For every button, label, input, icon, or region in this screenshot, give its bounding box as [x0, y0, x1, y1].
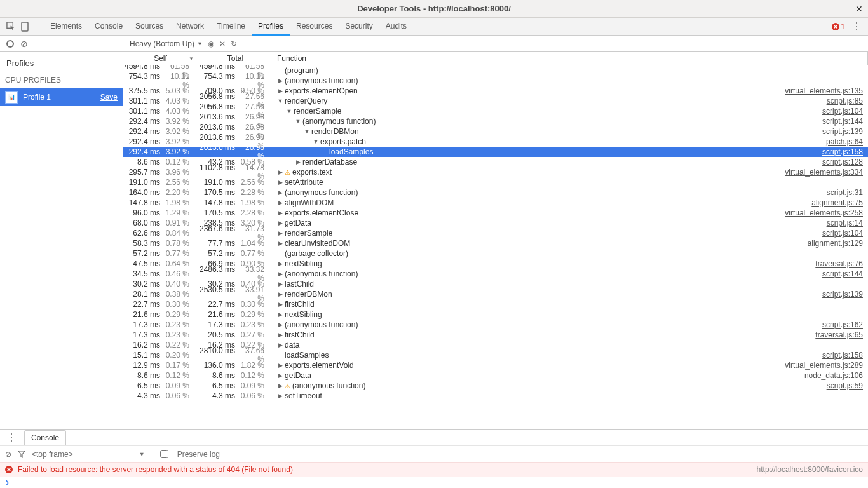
- drawer-menu-icon[interactable]: ⋮: [4, 431, 19, 444]
- focus-icon[interactable]: ◉: [208, 39, 214, 48]
- profile-grid[interactable]: Self Total Function 4594.8 ms61.58 %4594…: [123, 52, 868, 429]
- save-link[interactable]: Save: [100, 93, 118, 102]
- source-link[interactable]: script.js:85: [827, 97, 868, 105]
- source-link[interactable]: script.js:144: [822, 117, 868, 126]
- expander-icon[interactable]: ▶: [277, 210, 283, 216]
- profile-item[interactable]: 📊 Profile 1 Save: [0, 88, 123, 106]
- expander-icon[interactable]: ▶: [277, 271, 283, 277]
- source-link[interactable]: traversal.js:76: [815, 259, 868, 268]
- col-self[interactable]: Self: [123, 52, 198, 65]
- expander-icon[interactable]: ▼: [313, 139, 319, 145]
- expander-icon[interactable]: ▶: [277, 189, 283, 196]
- table-row[interactable]: 12.9 ms0.17 %136.0 ms1.82 %▶exports.elem…: [123, 360, 868, 370]
- table-row[interactable]: 8.6 ms0.12 %8.6 ms0.12 %▶getDatanode_dat…: [123, 370, 868, 381]
- table-row[interactable]: 6.5 ms0.09 %6.5 ms0.09 %▶⚠(anonymous fun…: [123, 381, 868, 391]
- tab-console[interactable]: Console: [88, 18, 129, 36]
- table-row[interactable]: 147.8 ms1.98 %147.8 ms1.98 %▶alignWithDO…: [123, 198, 868, 208]
- expander-icon[interactable]: ▶: [277, 179, 283, 186]
- table-row[interactable]: 17.3 ms0.23 %20.5 ms0.27 %▶firstChildtra…: [123, 330, 868, 340]
- table-row[interactable]: 292.4 ms3.92 %2013.6 ms26.98 %loadSample…: [123, 147, 868, 157]
- source-link[interactable]: script.js:158: [822, 351, 868, 360]
- tab-sources[interactable]: Sources: [129, 18, 170, 36]
- source-link[interactable]: virtual_elements.js:258: [785, 208, 868, 217]
- expander-icon[interactable]: ▶: [277, 240, 283, 247]
- expander-icon[interactable]: ▶: [277, 383, 283, 389]
- device-icon[interactable]: [18, 20, 32, 34]
- tab-elements[interactable]: Elements: [44, 18, 88, 36]
- console-prompt[interactable]: ❯: [0, 477, 868, 488]
- col-function[interactable]: Function: [273, 52, 868, 65]
- table-row[interactable]: 28.1 ms0.38 %2530.5 ms33.91 %▶renderDBMo…: [123, 289, 868, 299]
- source-link[interactable]: virtual_elements.js:334: [785, 168, 868, 177]
- clear-icon[interactable]: ⊘: [20, 39, 28, 49]
- menu-icon[interactable]: ⋮: [849, 20, 864, 32]
- source-link[interactable]: alignment.js:75: [811, 198, 868, 207]
- expander-icon[interactable]: ▶: [277, 169, 283, 175]
- expander-icon[interactable]: ▶: [277, 362, 283, 369]
- expander-icon[interactable]: ▶: [277, 261, 283, 267]
- console-error-row[interactable]: Failed to load resource: the server resp…: [0, 462, 868, 477]
- table-row[interactable]: 295.7 ms3.96 %1102.8 ms14.78 %▶⚠exports.…: [123, 167, 868, 177]
- source-link[interactable]: script.js:128: [822, 158, 868, 166]
- expander-icon[interactable]: ▶: [277, 200, 283, 206]
- table-row[interactable]: 96.0 ms1.29 %170.5 ms2.28 %▶exports.elem…: [123, 208, 868, 218]
- error-count-badge[interactable]: 1: [832, 22, 845, 31]
- source-link[interactable]: alignment.js:129: [808, 239, 868, 248]
- expander-icon[interactable]: ▼: [304, 128, 310, 135]
- expander-icon[interactable]: ▶: [277, 332, 283, 338]
- refresh-icon[interactable]: ↻: [231, 39, 237, 48]
- table-row[interactable]: 17.3 ms0.23 %17.3 ms0.23 %▶(anonymous fu…: [123, 320, 868, 330]
- close-icon[interactable]: ✕: [219, 39, 226, 48]
- col-total[interactable]: Total: [198, 52, 273, 65]
- preserve-log-checkbox[interactable]: [160, 450, 168, 458]
- expander-icon[interactable]: ▶: [277, 372, 283, 379]
- expander-icon[interactable]: ▶: [277, 291, 283, 297]
- table-row[interactable]: 4.3 ms0.06 %4.3 ms0.06 %▶setTimeout: [123, 391, 868, 401]
- table-row[interactable]: 191.0 ms2.56 %191.0 ms2.56 %▶setAttribut…: [123, 177, 868, 187]
- source-link[interactable]: script.js:162: [822, 320, 868, 329]
- expander-icon[interactable]: ▶: [295, 159, 301, 165]
- tab-network[interactable]: Network: [170, 18, 210, 36]
- clear-console-icon[interactable]: ⊘: [5, 450, 11, 459]
- table-row[interactable]: 62.6 ms0.84 %2367.6 ms31.73 %▶renderSamp…: [123, 228, 868, 238]
- expander-icon[interactable]: ▶: [277, 88, 283, 94]
- filter-icon[interactable]: [18, 451, 25, 458]
- window-close-icon[interactable]: ✕: [855, 4, 863, 14]
- tab-security[interactable]: Security: [339, 18, 379, 36]
- source-link[interactable]: script.js:59: [827, 381, 868, 390]
- source-link[interactable]: virtual_elements.js:289: [785, 361, 868, 370]
- expander-icon[interactable]: ▶: [277, 322, 283, 328]
- view-mode-dropdown[interactable]: Heavy (Bottom Up) ▼: [130, 39, 203, 48]
- source-link[interactable]: script.js:104: [822, 229, 868, 238]
- error-source[interactable]: http://localhost:8000/favicon.ico: [757, 465, 863, 474]
- table-row[interactable]: 22.7 ms0.30 %22.7 ms0.30 %▶firstChild: [123, 299, 868, 309]
- source-link[interactable]: script.js:139: [822, 290, 868, 299]
- source-link[interactable]: script.js:144: [822, 269, 868, 278]
- source-link[interactable]: traversal.js:65: [815, 330, 868, 339]
- table-row[interactable]: 57.2 ms0.77 %57.2 ms0.77 %(garbage colle…: [123, 248, 868, 259]
- source-link[interactable]: script.js:31: [827, 188, 868, 197]
- tab-timeline[interactable]: Timeline: [210, 18, 252, 36]
- frame-selector[interactable]: <top frame> ▼: [32, 450, 145, 459]
- tab-profiles[interactable]: Profiles: [252, 18, 290, 36]
- expander-icon[interactable]: ▶: [277, 301, 283, 308]
- table-row[interactable]: 15.1 ms0.20 %2810.0 ms37.66 %loadSamples…: [123, 350, 868, 360]
- table-row[interactable]: 58.3 ms0.78 %77.7 ms1.04 %▶clearUnvisite…: [123, 238, 868, 248]
- source-link[interactable]: script.js:139: [822, 127, 868, 136]
- expander-icon[interactable]: ▶: [277, 220, 283, 226]
- tab-audits[interactable]: Audits: [379, 18, 413, 36]
- source-link[interactable]: patch.js:64: [826, 137, 868, 146]
- table-row[interactable]: 21.6 ms0.29 %21.6 ms0.29 %▶nextSibling: [123, 309, 868, 320]
- drawer-tab-console[interactable]: Console: [24, 430, 66, 445]
- table-row[interactable]: 754.3 ms10.11 %754.3 ms10.11 %▶(anonymou…: [123, 76, 868, 86]
- source-link[interactable]: script.js:104: [822, 107, 868, 116]
- inspect-icon[interactable]: [4, 20, 18, 34]
- tab-resources[interactable]: Resources: [290, 18, 339, 36]
- record-icon[interactable]: [6, 40, 14, 48]
- source-link[interactable]: node_data.js:106: [804, 371, 868, 380]
- table-row[interactable]: 34.5 ms0.46 %2486.3 ms33.32 %▶(anonymous…: [123, 269, 868, 279]
- expander-icon[interactable]: ▶: [277, 78, 283, 84]
- source-link[interactable]: script.js:158: [822, 147, 868, 156]
- expander-icon[interactable]: ▶: [277, 342, 283, 348]
- expander-icon[interactable]: ▶: [277, 230, 283, 236]
